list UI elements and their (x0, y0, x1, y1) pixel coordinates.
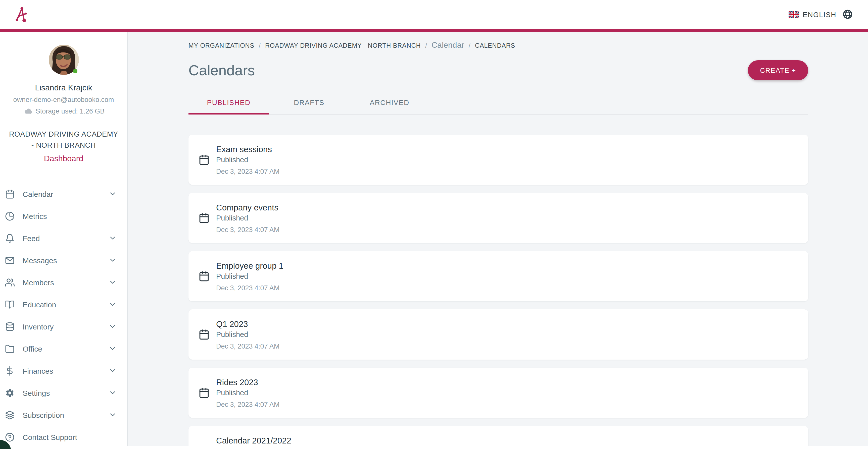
sidebar-item-label: Metrics (23, 212, 47, 220)
user-profile: Lisandra Krajcik owner-demo-en@autobooko… (0, 45, 127, 164)
breadcrumb-separator: / (469, 42, 470, 49)
sidebar-item-members[interactable]: Members (0, 271, 127, 293)
sidebar-item-messages[interactable]: Messages (0, 249, 127, 271)
breadcrumb-my-organizations[interactable]: MY ORGANIZATIONS (188, 42, 254, 49)
calendar-date: Dec 3, 2023 4:07 AM (216, 284, 283, 292)
calendar-status: Published (216, 155, 279, 164)
storage-usage: Storage used: 1.26 GB (23, 107, 105, 115)
uk-flag-icon (788, 11, 799, 18)
calendar-title: Calendar 2021/2022 (216, 435, 291, 445)
breadcrumb-separator: / (259, 42, 260, 49)
tab-archived[interactable]: ARCHIVED (349, 92, 430, 114)
cloud-icon (23, 108, 32, 115)
card-text: Exam sessions Published Dec 3, 2023 4:07… (216, 144, 279, 175)
sidebar-item-label: Members (23, 278, 54, 287)
sidebar-item-label: Subscription (23, 411, 64, 419)
calendar-icon (198, 271, 210, 282)
help-circle-icon (5, 432, 14, 442)
sidebar-item-label: Messages (23, 256, 57, 264)
user-name: Lisandra Krajcik (35, 83, 92, 93)
calendar-card-company-events[interactable]: Company events Published Dec 3, 2023 4:0… (188, 193, 808, 243)
users-icon (5, 278, 14, 287)
sidebar-item-contact-support[interactable]: Contact Support (0, 426, 127, 446)
sidebar-item-feed[interactable]: Feed (0, 227, 127, 249)
calendar-icon (198, 387, 210, 398)
card-text: Employee group 1 Published Dec 3, 2023 4… (216, 260, 283, 292)
database-icon (5, 322, 14, 331)
breadcrumb-calendars: CALENDARS (475, 42, 515, 49)
breadcrumb: MY ORGANIZATIONS / ROADWAY DRIVING ACADE… (188, 37, 808, 50)
sidebar-item-label: Office (23, 344, 42, 353)
layers-icon (5, 410, 14, 420)
gear-icon (5, 388, 14, 397)
avatar (49, 45, 79, 75)
sidebar-item-label: Calendar (23, 190, 53, 198)
main-content: MY ORGANIZATIONS / ROADWAY DRIVING ACADE… (128, 32, 868, 446)
breadcrumb-organization[interactable]: ROADWAY DRIVING ACADEMY - NORTH BRANCH (265, 42, 421, 49)
storage-label: Storage used: 1.26 GB (36, 107, 105, 115)
organization-name: ROADWAY DRIVING ACADEMY - NORTH BRANCH (9, 129, 118, 151)
calendar-icon (198, 446, 210, 446)
sidebar-item-office[interactable]: Office (0, 338, 127, 360)
book-open-icon (5, 299, 14, 309)
language-selector[interactable]: ENGLISH (788, 9, 853, 20)
calendar-date: Dec 3, 2023 4:07 AM (216, 400, 279, 409)
sidebar-item-inventory[interactable]: Inventory (0, 315, 127, 338)
sidebar-item-education[interactable]: Education (0, 293, 127, 315)
dashboard-link[interactable]: Dashboard (44, 154, 84, 164)
sidebar-item-settings[interactable]: Settings (0, 382, 127, 404)
calendar-status: Published (216, 388, 279, 397)
sidebar-item-label: Inventory (23, 322, 54, 331)
card-text: Calendar 2021/2022 Published Dec 3, 2023… (216, 435, 291, 446)
page-head: Calendars CREATE + (188, 60, 808, 81)
breadcrumb-calendar[interactable]: Calendar (432, 41, 464, 50)
card-text: Q1 2023 Published Dec 3, 2023 4:07 AM (216, 319, 279, 350)
online-status-dot (73, 69, 77, 73)
sidebar-item-subscription[interactable]: Subscription (0, 404, 127, 426)
language-label: ENGLISH (803, 10, 836, 18)
pie-chart-icon (5, 211, 14, 221)
calendar-icon (198, 154, 210, 165)
app-header: ENGLISH (0, 0, 868, 32)
chevron-down-icon (108, 234, 117, 242)
card-text: Rides 2023 Published Dec 3, 2023 4:07 AM (216, 377, 279, 409)
calendar-card-exam-sessions[interactable]: Exam sessions Published Dec 3, 2023 4:07… (188, 135, 808, 185)
calendar-card-q1-2023[interactable]: Q1 2023 Published Dec 3, 2023 4:07 AM (188, 309, 808, 360)
tab-published[interactable]: PUBLISHED (188, 92, 269, 114)
autobooko-logo[interactable] (13, 4, 30, 25)
sidebar-item-label: Education (23, 300, 56, 309)
sidebar: Lisandra Krajcik owner-demo-en@autobooko… (0, 32, 128, 446)
calendar-title: Exam sessions (216, 144, 279, 154)
sidebar-item-metrics[interactable]: Metrics (0, 205, 127, 227)
calendar-title: Q1 2023 (216, 319, 279, 329)
tab-drafts[interactable]: DRAFTS (269, 92, 349, 114)
sidebar-item-label: Feed (23, 234, 40, 242)
calendar-card-employee-group-1[interactable]: Employee group 1 Published Dec 3, 2023 4… (188, 251, 808, 301)
chevron-down-icon (108, 278, 117, 286)
bell-icon (5, 233, 14, 243)
calendar-icon (198, 213, 210, 224)
dollar-icon (5, 366, 14, 376)
folder-icon (5, 344, 14, 353)
globe-icon (842, 9, 853, 20)
sidebar-item-label: Settings (23, 388, 50, 397)
calendar-card-rides-2023[interactable]: Rides 2023 Published Dec 3, 2023 4:07 AM (188, 367, 808, 418)
chevron-down-icon (108, 345, 117, 353)
card-text: Company events Published Dec 3, 2023 4:0… (216, 202, 279, 234)
chevron-down-icon (108, 190, 117, 198)
chevron-down-icon (108, 256, 117, 264)
organization-name-line1: ROADWAY DRIVING ACADEMY (9, 129, 118, 140)
breadcrumb-separator: / (425, 42, 427, 49)
calendar-status: Published (216, 213, 279, 223)
sidebar-item-finances[interactable]: Finances (0, 360, 127, 382)
calendar-title: Company events (216, 202, 279, 212)
chevron-down-icon (108, 300, 117, 309)
calendar-list: Exam sessions Published Dec 3, 2023 4:07… (188, 135, 808, 446)
chevron-down-icon (108, 322, 117, 330)
calendar-card-calendar-2021-2022[interactable]: Calendar 2021/2022 Published Dec 3, 2023… (188, 426, 808, 446)
calendar-date: Dec 3, 2023 4:07 AM (216, 225, 279, 234)
sidebar-item-calendar[interactable]: Calendar (0, 183, 127, 205)
chevron-down-icon (108, 366, 117, 375)
create-button[interactable]: CREATE + (748, 60, 808, 81)
chevron-down-icon (108, 389, 117, 397)
